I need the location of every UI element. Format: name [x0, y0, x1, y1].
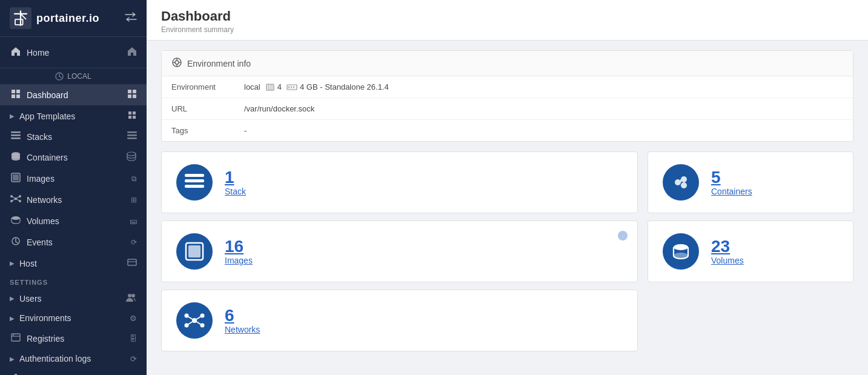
env-label-tags: Tags — [162, 120, 234, 142]
sidebar-item-registries[interactable]: Registries 🗄 — [0, 328, 147, 349]
sidebar-item-label-users: Users — [19, 294, 42, 304]
env-label-environment: Environment — [162, 76, 234, 98]
sidebar-item-label-dashboard: Dashboard — [27, 90, 68, 100]
volumes-icon — [10, 215, 22, 227]
svg-point-67 — [675, 179, 681, 185]
svg-line-28 — [12, 199, 16, 201]
sidebar-item-containers[interactable]: Containers — [0, 147, 147, 168]
env-value-environment: local 4 4 GB - Standalone 26.1.4 — [234, 76, 853, 98]
svg-rect-9 — [128, 95, 131, 98]
sidebar-item-app-templates[interactable]: ▶ App Templates — [0, 105, 147, 127]
sidebar-item-settings[interactable]: Settings ⚙ — [0, 368, 147, 375]
svg-rect-20 — [13, 174, 19, 181]
sidebar-item-networks[interactable]: Networks ⊞ — [0, 189, 147, 210]
page-subtitle: Environment summary — [161, 25, 853, 34]
images-corner-icon — [617, 230, 629, 245]
home-nav-icon — [127, 47, 137, 58]
volumes-stat-icon — [663, 233, 699, 270]
svg-point-68 — [681, 176, 687, 182]
sidebar-item-events[interactable]: Events ⟳ — [0, 231, 147, 253]
containers-count[interactable]: 5 — [711, 168, 752, 187]
svg-point-38 — [13, 334, 14, 336]
stat-card-networks[interactable]: 6 Networks — [161, 290, 638, 351]
stat-card-volumes[interactable]: 23 Volumes — [648, 221, 853, 282]
stacks-label[interactable]: Stack — [225, 187, 246, 196]
stat-card-stacks[interactable]: 1 Stack — [161, 151, 638, 213]
chevron-auth-icon: ▶ — [10, 356, 15, 362]
chevron-users-icon: ▶ — [10, 295, 15, 302]
events-icon — [10, 236, 22, 248]
registries-nav-icon: 🗄 — [130, 334, 137, 343]
sidebar-item-label-volumes: Volumes — [27, 216, 59, 226]
stats-grid: 1 Stack 16 Images — [147, 142, 868, 361]
sidebar-item-label-images: Images — [27, 174, 55, 184]
containers-stat-info: 5 Containers — [711, 168, 752, 197]
images-count[interactable]: 16 — [225, 237, 253, 256]
svg-rect-54 — [185, 179, 204, 182]
svg-rect-15 — [127, 134, 137, 136]
sidebar-item-users[interactable]: ▶ Users — [0, 288, 147, 308]
svg-rect-11 — [11, 131, 21, 133]
volumes-count[interactable]: 23 — [711, 237, 744, 256]
sidebar-item-images[interactable]: Images ⧉ — [0, 168, 147, 189]
page-header: Dashboard Environment summary — [147, 0, 868, 41]
containers-label[interactable]: Containers — [711, 187, 752, 196]
images-nav-icon: ⧉ — [131, 174, 137, 183]
users-icon — [126, 293, 137, 304]
env-row-environment: Environment local 4 4 GB - Standalone 26… — [162, 76, 853, 98]
chevron-right-icon: ▶ — [10, 113, 15, 119]
volumes-stat-info: 23 Volumes — [711, 237, 744, 266]
svg-line-26 — [12, 196, 16, 199]
sidebar-item-label-stacks: Stacks — [27, 132, 52, 142]
sidebar-item-stacks[interactable]: Stacks — [0, 127, 147, 147]
env-info-card: Environment info Environment local 4 — [161, 50, 853, 142]
env-info-icon — [171, 57, 182, 70]
sidebar-item-label-containers: Containers — [27, 153, 68, 162]
sidebar-logo: portainer.io — [0, 0, 147, 37]
sidebar-item-host[interactable]: ▶ Host — [0, 253, 147, 274]
env-label: LOCAL — [0, 68, 147, 84]
containers-stat-icon — [663, 164, 699, 201]
networks-label[interactable]: Networks — [225, 325, 260, 334]
stat-card-images[interactable]: 16 Images — [161, 221, 638, 282]
svg-line-64 — [194, 316, 202, 320]
home-icon — [10, 47, 22, 58]
networks-count[interactable]: 6 — [225, 307, 260, 325]
sidebar-item-home[interactable]: Home — [0, 42, 147, 63]
stat-card-containers[interactable]: 5 Containers — [648, 151, 853, 213]
sidebar-item-dashboard[interactable]: Dashboard — [0, 84, 147, 105]
svg-rect-52 — [293, 86, 294, 88]
images-icon — [10, 173, 22, 184]
images-label[interactable]: Images — [225, 256, 253, 265]
transfer-icon — [125, 12, 137, 24]
dashboard-nav-icon — [127, 89, 137, 101]
volumes-label[interactable]: Volumes — [711, 256, 744, 265]
sidebar: portainer.io Home LOCAL — [0, 0, 147, 375]
svg-rect-57 — [188, 245, 200, 257]
svg-rect-51 — [291, 86, 292, 88]
stacks-stat-icon — [176, 164, 213, 201]
sidebar-item-label-host: Host — [19, 259, 37, 268]
chevron-host-icon: ▶ — [10, 260, 15, 267]
sidebar-item-label-registries: Registries — [27, 334, 64, 343]
settings-section-label: SETTINGS — [0, 274, 147, 288]
sidebar-item-environments[interactable]: ▶ Environments ⚙ — [0, 308, 147, 328]
svg-rect-7 — [128, 90, 131, 93]
svg-rect-14 — [127, 131, 137, 133]
sidebar-item-label-app-templates: App Templates — [19, 111, 75, 121]
stacks-count[interactable]: 1 — [225, 168, 246, 187]
stats-right: 5 Containers 23 Volumes — [648, 151, 853, 351]
sidebar-item-volumes[interactable]: Volumes 🖴 — [0, 210, 147, 231]
svg-line-27 — [16, 196, 20, 199]
containers-icon — [10, 151, 22, 163]
env-row-url: URL /var/run/docker.sock — [162, 98, 853, 120]
stacks-icon — [10, 131, 22, 142]
auth-logs-icon: ⟳ — [130, 354, 137, 363]
events-nav-icon: ⟳ — [131, 238, 137, 247]
svg-rect-12 — [11, 134, 21, 136]
env-label-url: URL — [162, 98, 234, 120]
svg-rect-13 — [11, 138, 21, 139]
svg-rect-16 — [127, 138, 137, 139]
stats-left: 1 Stack 16 Images — [161, 151, 638, 351]
sidebar-item-auth-logs[interactable]: ▶ Authentication logs ⟳ — [0, 349, 147, 368]
